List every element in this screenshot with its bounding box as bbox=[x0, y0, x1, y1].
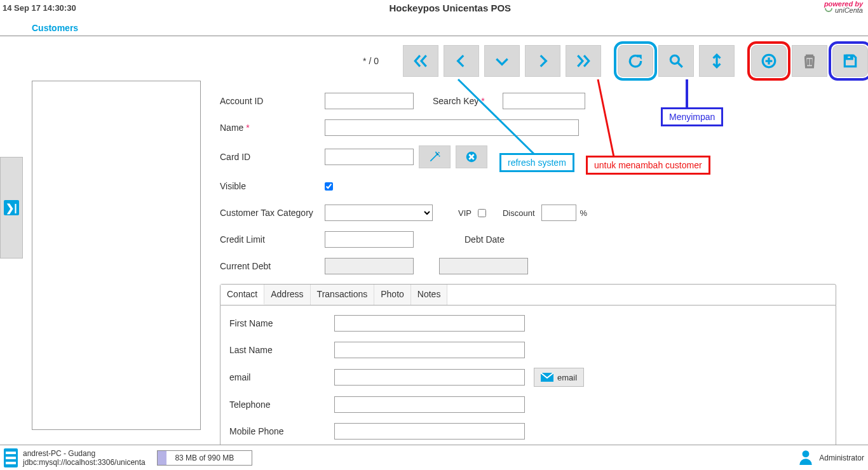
tab-notes[interactable]: Notes bbox=[411, 285, 448, 305]
first-button[interactable] bbox=[403, 45, 438, 77]
label-name: Name bbox=[220, 123, 243, 133]
toolbar: * / 0 bbox=[220, 45, 868, 77]
credit-limit-input[interactable] bbox=[325, 231, 414, 248]
double-chevron-left-icon bbox=[412, 53, 429, 69]
tax-category-select[interactable] bbox=[325, 205, 433, 221]
search-button[interactable] bbox=[658, 45, 694, 77]
label-mobile: Mobile Phone bbox=[229, 426, 334, 436]
plus-circle-icon bbox=[761, 53, 777, 69]
last-button[interactable] bbox=[566, 45, 601, 77]
label-card-id: Card ID bbox=[220, 152, 325, 162]
email-input[interactable] bbox=[334, 369, 525, 386]
tab-address[interactable]: Address bbox=[264, 285, 310, 305]
first-name-input[interactable] bbox=[334, 315, 525, 332]
database-icon bbox=[4, 448, 18, 467]
floppy-disk-icon bbox=[842, 53, 858, 69]
last-name-input[interactable] bbox=[334, 342, 525, 358]
trash-icon bbox=[801, 53, 818, 69]
expand-icon: ❯| bbox=[4, 200, 19, 215]
jdbc-label: jdbc:mysql://localhost:3306/unicenta bbox=[23, 458, 146, 467]
send-email-button[interactable]: email bbox=[534, 368, 584, 387]
current-debt-field bbox=[325, 258, 414, 274]
refresh-button[interactable] bbox=[618, 45, 653, 77]
label-credit-limit: Credit Limit bbox=[220, 234, 325, 245]
user-label: Administrator bbox=[819, 453, 864, 462]
label-telephone: Telephone bbox=[229, 399, 334, 410]
wand-icon bbox=[428, 151, 441, 163]
app-title: Hockeypos Unicentas POS bbox=[76, 3, 824, 13]
callout-add: untuk menambah customer bbox=[586, 156, 710, 175]
sort-button[interactable] bbox=[699, 45, 735, 77]
label-visible: Visible bbox=[220, 181, 325, 191]
clear-icon bbox=[465, 150, 478, 164]
dropdown-button[interactable] bbox=[484, 45, 520, 77]
tab-transactions[interactable]: Transactions bbox=[311, 285, 375, 305]
tab-photo[interactable]: Photo bbox=[374, 285, 411, 305]
section-title: Customers bbox=[0, 20, 868, 36]
label-account-id: Account ID bbox=[220, 96, 325, 106]
label-first-name: First Name bbox=[229, 318, 334, 328]
account-id-input[interactable] bbox=[325, 93, 414, 109]
discount-suffix: % bbox=[580, 208, 588, 218]
label-tax-category: Customer Tax Category bbox=[220, 208, 325, 218]
chevron-right-icon bbox=[534, 53, 551, 69]
timestamp: 14 Sep 17 14:30:30 bbox=[3, 3, 76, 13]
connection-info: andrest-PC - Gudang jdbc:mysql://localho… bbox=[23, 449, 146, 467]
label-debt-date: Debt Date bbox=[465, 234, 534, 245]
top-bar: 14 Sep 17 14:30:30 Hockeypos Unicentas P… bbox=[0, 0, 868, 15]
label-vip: VIP bbox=[458, 208, 471, 218]
name-input[interactable] bbox=[325, 119, 579, 136]
next-button[interactable] bbox=[525, 45, 560, 77]
search-icon bbox=[668, 53, 684, 69]
card-id-input[interactable] bbox=[325, 149, 414, 165]
powered-by: powered by uniCenta bbox=[824, 1, 865, 15]
refresh-icon bbox=[627, 53, 644, 69]
telephone-input[interactable] bbox=[334, 396, 525, 413]
add-button[interactable] bbox=[751, 45, 787, 77]
unicenta-logo-icon bbox=[824, 7, 833, 15]
chevron-left-icon bbox=[453, 53, 470, 69]
prev-button[interactable] bbox=[444, 45, 479, 77]
search-key-input[interactable] bbox=[503, 93, 585, 109]
save-button[interactable] bbox=[832, 45, 868, 77]
callout-save: Menyimpan bbox=[661, 107, 723, 126]
callout-refresh: refresh system bbox=[499, 153, 574, 172]
card-clear-button[interactable] bbox=[456, 145, 487, 168]
label-email: email bbox=[229, 372, 334, 382]
envelope-icon bbox=[541, 373, 553, 382]
debt-date-field bbox=[439, 258, 528, 274]
label-discount: Discount bbox=[503, 208, 535, 218]
label-current-debt: Current Debt bbox=[220, 261, 325, 271]
user-icon bbox=[797, 448, 814, 467]
label-search-key: Search Key bbox=[433, 96, 478, 106]
visible-checkbox[interactable] bbox=[325, 182, 333, 191]
detail-tabs: Contact Address Transactions Photo Notes bbox=[220, 284, 836, 306]
svg-point-0 bbox=[670, 55, 679, 64]
side-panel-toggle[interactable]: ❯| bbox=[0, 157, 23, 258]
tab-contact[interactable]: Contact bbox=[220, 285, 264, 305]
delete-button[interactable] bbox=[792, 45, 827, 77]
card-generate-button[interactable] bbox=[419, 145, 451, 168]
host-label: andrest-PC - Gudang bbox=[23, 449, 146, 458]
svg-point-9 bbox=[803, 450, 810, 457]
label-last-name: Last Name bbox=[229, 345, 334, 355]
record-counter: * / 0 bbox=[220, 56, 398, 66]
mobile-input[interactable] bbox=[334, 423, 525, 440]
customer-form-panel: * / 0 bbox=[201, 36, 868, 470]
status-bar: andrest-PC - Gudang jdbc:mysql://localho… bbox=[0, 445, 868, 470]
customer-list-panel[interactable] bbox=[32, 81, 201, 430]
vip-checkbox[interactable] bbox=[478, 209, 486, 217]
memory-usage: 83 MB of 990 MB bbox=[157, 450, 252, 466]
chevron-down-icon bbox=[494, 53, 510, 69]
svg-rect-3 bbox=[850, 56, 851, 58]
discount-input[interactable] bbox=[541, 205, 576, 221]
up-down-arrow-icon bbox=[709, 53, 725, 69]
double-chevron-right-icon bbox=[575, 53, 592, 69]
